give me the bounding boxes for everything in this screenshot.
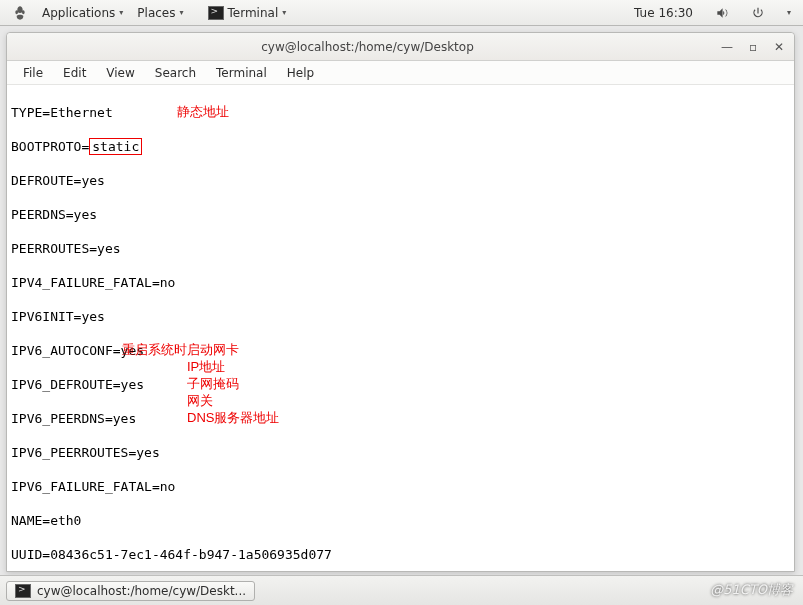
close-button[interactable]: ✕ <box>772 40 786 54</box>
annotation-netmask: 子网掩码 <box>187 375 239 392</box>
cfg-line: UUID=08436c51-7ec1-464f-b947-1a506935d07… <box>11 546 790 563</box>
cfg-line: IPV6_FAILURE_FATAL=no <box>11 478 790 495</box>
chevron-down-icon: ▾ <box>787 8 791 17</box>
clock-label: Tue 16:30 <box>634 6 693 20</box>
minimize-button[interactable]: — <box>720 40 734 54</box>
gnome-topbar: Applications ▾ Places ▾ Terminal ▾ Tue 1… <box>0 0 803 26</box>
cfg-line: BOOTPROTO=static <box>11 138 790 155</box>
cfg-line: IPV6_DEFROUTE=yes <box>11 376 790 393</box>
active-app-indicator[interactable]: Terminal ▾ <box>202 4 293 22</box>
terminal-icon <box>15 584 31 598</box>
applications-label: Applications <box>42 6 115 20</box>
menu-view[interactable]: View <box>98 64 142 82</box>
watermark-text: @51CTO博客 <box>710 581 793 599</box>
power-icon[interactable] <box>745 4 771 22</box>
volume-icon[interactable] <box>709 4 735 22</box>
cfg-line: PEERROUTES=yes <box>11 240 790 257</box>
window-title: cyw@localhost:/home/cyw/Desktop <box>15 40 720 54</box>
taskbar-item-terminal[interactable]: cyw@localhost:/home/cyw/Deskt... <box>6 581 255 601</box>
chevron-down-icon: ▾ <box>282 8 286 17</box>
chevron-down-icon: ▾ <box>119 8 123 17</box>
menu-help[interactable]: Help <box>279 64 322 82</box>
activities-foot-icon[interactable] <box>6 3 34 23</box>
highlight-box-bootproto: static <box>89 138 142 155</box>
annotation-gateway: 网关 <box>187 392 213 409</box>
cfg-line: TYPE=Ethernet <box>11 104 790 121</box>
user-menu-chevron[interactable]: ▾ <box>781 6 797 19</box>
gnome-foot-icon <box>12 5 28 21</box>
terminal-output[interactable]: TYPE=Ethernet BOOTPROTO=static DEFROUTE=… <box>7 85 794 571</box>
clock[interactable]: Tue 16:30 <box>628 4 699 22</box>
chevron-down-icon: ▾ <box>179 8 183 17</box>
menu-terminal[interactable]: Terminal <box>208 64 275 82</box>
cfg-line: PEERDNS=yes <box>11 206 790 223</box>
applications-menu[interactable]: Applications ▾ <box>36 4 129 22</box>
cfg-line: IPV6INIT=yes <box>11 308 790 325</box>
annotation-ipaddr: IP地址 <box>187 358 225 375</box>
places-menu[interactable]: Places ▾ <box>131 4 189 22</box>
maximize-button[interactable]: ▫ <box>746 40 760 54</box>
terminal-icon <box>208 6 224 20</box>
active-app-label: Terminal <box>228 6 279 20</box>
menu-edit[interactable]: Edit <box>55 64 94 82</box>
cfg-line: IPV4_FAILURE_FATAL=no <box>11 274 790 291</box>
cfg-line: IPV6_PEERDNS=yes <box>11 410 790 427</box>
cfg-line: NAME=eth0 <box>11 512 790 529</box>
menu-search[interactable]: Search <box>147 64 204 82</box>
task-label: cyw@localhost:/home/cyw/Deskt... <box>37 584 246 598</box>
annotation-static: 静态地址 <box>177 103 229 120</box>
window-titlebar[interactable]: cyw@localhost:/home/cyw/Desktop — ▫ ✕ <box>7 33 794 61</box>
window-controls: — ▫ ✕ <box>720 40 786 54</box>
cfg-line: DEFROUTE=yes <box>11 172 790 189</box>
menu-file[interactable]: File <box>15 64 51 82</box>
places-label: Places <box>137 6 175 20</box>
terminal-window: cyw@localhost:/home/cyw/Desktop — ▫ ✕ Fi… <box>6 32 795 572</box>
annotation-onboot: 重启系统时启动网卡 <box>122 341 239 358</box>
cfg-line: IPV6_PEERROUTES=yes <box>11 444 790 461</box>
bottom-taskbar: cyw@localhost:/home/cyw/Deskt... <box>0 575 803 605</box>
annotation-dns: DNS服务器地址 <box>187 409 279 426</box>
menubar: File Edit View Search Terminal Help <box>7 61 794 85</box>
